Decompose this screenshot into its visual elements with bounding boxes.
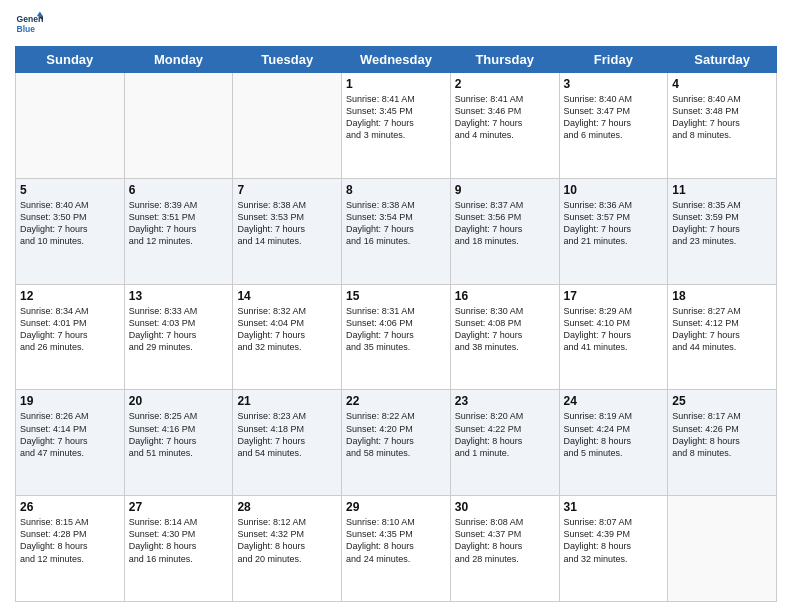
- day-info: Sunrise: 8:33 AM Sunset: 4:03 PM Dayligh…: [129, 305, 229, 354]
- day-number: 22: [346, 394, 446, 408]
- calendar-cell: 27Sunrise: 8:14 AM Sunset: 4:30 PM Dayli…: [124, 496, 233, 602]
- day-number: 23: [455, 394, 555, 408]
- calendar-table: SundayMondayTuesdayWednesdayThursdayFrid…: [15, 46, 777, 602]
- weekday-header-row: SundayMondayTuesdayWednesdayThursdayFrid…: [16, 47, 777, 73]
- calendar-cell: 19Sunrise: 8:26 AM Sunset: 4:14 PM Dayli…: [16, 390, 125, 496]
- calendar-cell: 14Sunrise: 8:32 AM Sunset: 4:04 PM Dayli…: [233, 284, 342, 390]
- calendar-cell: 13Sunrise: 8:33 AM Sunset: 4:03 PM Dayli…: [124, 284, 233, 390]
- day-number: 18: [672, 289, 772, 303]
- day-number: 24: [564, 394, 664, 408]
- day-info: Sunrise: 8:29 AM Sunset: 4:10 PM Dayligh…: [564, 305, 664, 354]
- day-info: Sunrise: 8:31 AM Sunset: 4:06 PM Dayligh…: [346, 305, 446, 354]
- day-number: 4: [672, 77, 772, 91]
- calendar-cell: 21Sunrise: 8:23 AM Sunset: 4:18 PM Dayli…: [233, 390, 342, 496]
- day-info: Sunrise: 8:27 AM Sunset: 4:12 PM Dayligh…: [672, 305, 772, 354]
- weekday-header-saturday: Saturday: [668, 47, 777, 73]
- calendar-cell: 17Sunrise: 8:29 AM Sunset: 4:10 PM Dayli…: [559, 284, 668, 390]
- calendar-week-row: 1Sunrise: 8:41 AM Sunset: 3:45 PM Daylig…: [16, 73, 777, 179]
- day-info: Sunrise: 8:20 AM Sunset: 4:22 PM Dayligh…: [455, 410, 555, 459]
- day-number: 9: [455, 183, 555, 197]
- day-number: 10: [564, 183, 664, 197]
- calendar-cell: 2Sunrise: 8:41 AM Sunset: 3:46 PM Daylig…: [450, 73, 559, 179]
- weekday-header-tuesday: Tuesday: [233, 47, 342, 73]
- calendar-cell: 8Sunrise: 8:38 AM Sunset: 3:54 PM Daylig…: [342, 178, 451, 284]
- day-number: 1: [346, 77, 446, 91]
- day-number: 17: [564, 289, 664, 303]
- calendar-cell: [16, 73, 125, 179]
- calendar-cell: 28Sunrise: 8:12 AM Sunset: 4:32 PM Dayli…: [233, 496, 342, 602]
- day-number: 7: [237, 183, 337, 197]
- calendar-cell: 20Sunrise: 8:25 AM Sunset: 4:16 PM Dayli…: [124, 390, 233, 496]
- weekday-header-friday: Friday: [559, 47, 668, 73]
- calendar-cell: 29Sunrise: 8:10 AM Sunset: 4:35 PM Dayli…: [342, 496, 451, 602]
- calendar-cell: 9Sunrise: 8:37 AM Sunset: 3:56 PM Daylig…: [450, 178, 559, 284]
- day-number: 15: [346, 289, 446, 303]
- calendar-cell: [233, 73, 342, 179]
- calendar-cell: 22Sunrise: 8:22 AM Sunset: 4:20 PM Dayli…: [342, 390, 451, 496]
- calendar-cell: [124, 73, 233, 179]
- day-info: Sunrise: 8:15 AM Sunset: 4:28 PM Dayligh…: [20, 516, 120, 565]
- day-info: Sunrise: 8:19 AM Sunset: 4:24 PM Dayligh…: [564, 410, 664, 459]
- day-info: Sunrise: 8:40 AM Sunset: 3:47 PM Dayligh…: [564, 93, 664, 142]
- day-info: Sunrise: 8:38 AM Sunset: 3:53 PM Dayligh…: [237, 199, 337, 248]
- day-info: Sunrise: 8:12 AM Sunset: 4:32 PM Dayligh…: [237, 516, 337, 565]
- day-info: Sunrise: 8:35 AM Sunset: 3:59 PM Dayligh…: [672, 199, 772, 248]
- day-number: 11: [672, 183, 772, 197]
- svg-text:Blue: Blue: [17, 24, 36, 34]
- day-info: Sunrise: 8:10 AM Sunset: 4:35 PM Dayligh…: [346, 516, 446, 565]
- calendar-cell: 6Sunrise: 8:39 AM Sunset: 3:51 PM Daylig…: [124, 178, 233, 284]
- day-number: 13: [129, 289, 229, 303]
- calendar-cell: 26Sunrise: 8:15 AM Sunset: 4:28 PM Dayli…: [16, 496, 125, 602]
- day-number: 19: [20, 394, 120, 408]
- weekday-header-monday: Monday: [124, 47, 233, 73]
- weekday-header-thursday: Thursday: [450, 47, 559, 73]
- calendar-week-row: 5Sunrise: 8:40 AM Sunset: 3:50 PM Daylig…: [16, 178, 777, 284]
- calendar-cell: 24Sunrise: 8:19 AM Sunset: 4:24 PM Dayli…: [559, 390, 668, 496]
- day-number: 8: [346, 183, 446, 197]
- calendar-cell: 15Sunrise: 8:31 AM Sunset: 4:06 PM Dayli…: [342, 284, 451, 390]
- day-info: Sunrise: 8:36 AM Sunset: 3:57 PM Dayligh…: [564, 199, 664, 248]
- calendar-cell: 16Sunrise: 8:30 AM Sunset: 4:08 PM Dayli…: [450, 284, 559, 390]
- day-info: Sunrise: 8:34 AM Sunset: 4:01 PM Dayligh…: [20, 305, 120, 354]
- day-info: Sunrise: 8:41 AM Sunset: 3:45 PM Dayligh…: [346, 93, 446, 142]
- day-number: 27: [129, 500, 229, 514]
- day-number: 16: [455, 289, 555, 303]
- day-number: 2: [455, 77, 555, 91]
- calendar-week-row: 19Sunrise: 8:26 AM Sunset: 4:14 PM Dayli…: [16, 390, 777, 496]
- calendar-cell: 18Sunrise: 8:27 AM Sunset: 4:12 PM Dayli…: [668, 284, 777, 390]
- calendar-cell: 30Sunrise: 8:08 AM Sunset: 4:37 PM Dayli…: [450, 496, 559, 602]
- logo-icon: General Blue: [15, 10, 43, 38]
- day-info: Sunrise: 8:40 AM Sunset: 3:50 PM Dayligh…: [20, 199, 120, 248]
- day-info: Sunrise: 8:40 AM Sunset: 3:48 PM Dayligh…: [672, 93, 772, 142]
- day-info: Sunrise: 8:38 AM Sunset: 3:54 PM Dayligh…: [346, 199, 446, 248]
- calendar-cell: 7Sunrise: 8:38 AM Sunset: 3:53 PM Daylig…: [233, 178, 342, 284]
- day-number: 25: [672, 394, 772, 408]
- calendar-cell: 5Sunrise: 8:40 AM Sunset: 3:50 PM Daylig…: [16, 178, 125, 284]
- calendar-cell: 25Sunrise: 8:17 AM Sunset: 4:26 PM Dayli…: [668, 390, 777, 496]
- calendar-cell: [668, 496, 777, 602]
- calendar-cell: 11Sunrise: 8:35 AM Sunset: 3:59 PM Dayli…: [668, 178, 777, 284]
- day-info: Sunrise: 8:41 AM Sunset: 3:46 PM Dayligh…: [455, 93, 555, 142]
- calendar-week-row: 26Sunrise: 8:15 AM Sunset: 4:28 PM Dayli…: [16, 496, 777, 602]
- day-info: Sunrise: 8:26 AM Sunset: 4:14 PM Dayligh…: [20, 410, 120, 459]
- day-info: Sunrise: 8:37 AM Sunset: 3:56 PM Dayligh…: [455, 199, 555, 248]
- calendar-cell: 23Sunrise: 8:20 AM Sunset: 4:22 PM Dayli…: [450, 390, 559, 496]
- day-info: Sunrise: 8:22 AM Sunset: 4:20 PM Dayligh…: [346, 410, 446, 459]
- day-info: Sunrise: 8:25 AM Sunset: 4:16 PM Dayligh…: [129, 410, 229, 459]
- day-number: 20: [129, 394, 229, 408]
- calendar-week-row: 12Sunrise: 8:34 AM Sunset: 4:01 PM Dayli…: [16, 284, 777, 390]
- day-number: 28: [237, 500, 337, 514]
- day-number: 21: [237, 394, 337, 408]
- day-info: Sunrise: 8:30 AM Sunset: 4:08 PM Dayligh…: [455, 305, 555, 354]
- day-info: Sunrise: 8:39 AM Sunset: 3:51 PM Dayligh…: [129, 199, 229, 248]
- day-info: Sunrise: 8:32 AM Sunset: 4:04 PM Dayligh…: [237, 305, 337, 354]
- day-number: 29: [346, 500, 446, 514]
- calendar-cell: 10Sunrise: 8:36 AM Sunset: 3:57 PM Dayli…: [559, 178, 668, 284]
- day-number: 5: [20, 183, 120, 197]
- day-number: 14: [237, 289, 337, 303]
- day-number: 26: [20, 500, 120, 514]
- day-info: Sunrise: 8:14 AM Sunset: 4:30 PM Dayligh…: [129, 516, 229, 565]
- day-number: 30: [455, 500, 555, 514]
- weekday-header-sunday: Sunday: [16, 47, 125, 73]
- day-info: Sunrise: 8:08 AM Sunset: 4:37 PM Dayligh…: [455, 516, 555, 565]
